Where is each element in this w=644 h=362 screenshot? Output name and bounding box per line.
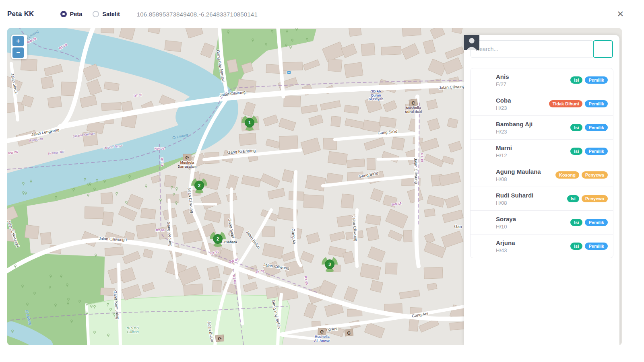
role-badge: Penyewa <box>582 171 608 179</box>
role-badge: Pemilik <box>585 100 608 107</box>
svg-text:RPTRACililitan: RPTRACililitan <box>127 326 139 334</box>
svg-text:RT 06: RT 06 <box>156 228 165 232</box>
avatar <box>476 144 491 159</box>
svg-text:Gan: Gan <box>454 224 462 229</box>
avatar <box>476 120 491 135</box>
resident-name: Bambang Aji <box>496 121 533 128</box>
modal-header: Peta KK Peta Satelit 106.85895373849408,… <box>0 0 644 28</box>
svg-text:3: 3 <box>328 262 331 267</box>
search-row <box>464 35 619 63</box>
avatar <box>476 215 491 230</box>
resident-name: Soraya <box>496 216 516 222</box>
radio-satelit[interactable]: Satelit <box>93 11 120 17</box>
coordinates-readout: 106.85895373849408,-6.264833710850141 <box>137 11 258 18</box>
resident-unit: H/10 <box>496 224 516 230</box>
zoom-in-button[interactable]: + <box>12 36 24 46</box>
resident-name: Agung Maulana <box>496 168 541 175</box>
mosque-icon: ☪ <box>183 154 191 160</box>
footer-divider <box>0 351 644 351</box>
svg-text:☪: ☪ <box>185 155 189 160</box>
mosque-icon: ☪ <box>215 335 224 342</box>
radio-unselected-icon[interactable] <box>93 11 99 17</box>
mosque-icon: ☪ <box>345 329 353 336</box>
map-canvas[interactable]: Jalan JerukJalan LengkengJalan CiliwungJ… <box>7 28 622 345</box>
svg-text:MushollaNurul Ibad: MushollaNurul Ibad <box>405 106 422 114</box>
resident-name: Anis <box>496 73 509 80</box>
search-input[interactable] <box>471 40 594 58</box>
mosque-icon: ☪ <box>318 328 326 335</box>
status-badge: Tidak Dihuni <box>549 100 583 107</box>
close-icon[interactable]: ✕ <box>617 10 624 18</box>
svg-text:RT 11: RT 11 <box>160 158 164 167</box>
status-badge: Isi <box>570 219 582 226</box>
resident-row[interactable]: Bambang Aji H/23 Isi Pemilik <box>471 115 613 139</box>
fountain-icon <box>287 71 291 74</box>
resident-unit: H/23 <box>496 129 533 135</box>
role-badge: Pemilik <box>585 219 608 226</box>
role-badge: Penyewa <box>582 195 608 202</box>
map-zoom-control: + − <box>11 35 27 59</box>
svg-text:☪: ☪ <box>218 336 222 341</box>
resident-row[interactable]: Agung Maulana H/08 Kosong Penyewa <box>471 163 613 187</box>
status-badge: Isi <box>570 76 582 84</box>
status-badge: Isi <box>570 243 582 250</box>
role-badge: Pemilik <box>585 76 608 84</box>
resident-row[interactable]: Coba H/23 Tidak Dihuni Pemilik <box>471 92 613 115</box>
svg-text:2: 2 <box>198 183 200 188</box>
role-badge: Pemilik <box>585 148 608 155</box>
svg-text:Jalan Ciliwung: Jalan Ciliwung <box>413 158 419 184</box>
map-type-radios: Peta Satelit <box>60 11 120 17</box>
resident-unit: H/23 <box>496 105 511 111</box>
mosque-icon: ☪ <box>409 99 418 107</box>
svg-text:☪: ☪ <box>320 329 324 334</box>
resident-name: Arjuna <box>496 239 515 246</box>
avatar <box>476 191 491 206</box>
status-badge: Isi <box>567 195 579 202</box>
avatar <box>476 96 491 111</box>
svg-text:MusholaDarrusalam: MusholaDarrusalam <box>178 160 197 169</box>
role-badge: Pemilik <box>585 124 608 131</box>
radio-peta-label: Peta <box>70 11 83 17</box>
resident-unit: H/43 <box>496 247 515 253</box>
resident-row[interactable]: Anis F/27 Isi Pemilik <box>471 68 613 92</box>
resident-unit: H/12 <box>496 152 512 158</box>
svg-text:MushollaAl- Anwar: MushollaAl- Anwar <box>314 335 330 343</box>
residents-panel: Anis F/27 Isi Pemilik Coba H/23 Tidak Di… <box>464 35 619 345</box>
radio-satelit-label: Satelit <box>102 11 120 17</box>
radio-selected-icon[interactable] <box>60 11 67 17</box>
resident-unit: H/08 <box>496 200 533 206</box>
resident-name: Coba <box>496 97 511 104</box>
svg-text:1: 1 <box>248 120 251 125</box>
resident-name: Marni <box>496 144 512 151</box>
residents-list: Anis F/27 Isi Pemilik Coba H/23 Tidak Di… <box>470 68 613 258</box>
resident-unit: H/08 <box>496 176 541 182</box>
avatar <box>476 167 491 183</box>
svg-text:☪: ☪ <box>411 101 415 105</box>
svg-text:2: 2 <box>217 237 219 241</box>
resident-name: Rudi Suhardi <box>496 192 533 199</box>
radio-peta[interactable]: Peta <box>60 11 83 17</box>
page-title: Peta KK <box>7 10 34 18</box>
resident-unit: F/27 <box>496 81 509 87</box>
status-badge: Kosong <box>555 171 579 179</box>
avatar <box>476 72 491 88</box>
svg-text:☪: ☪ <box>347 331 351 335</box>
resident-row[interactable]: Arjuna H/43 Isi Pemilik <box>471 234 613 258</box>
svg-text:RT 10: RT 10 <box>420 153 424 162</box>
role-badge: Pemilik <box>585 243 608 250</box>
zoom-out-button[interactable]: − <box>12 47 24 58</box>
resident-row[interactable]: Soraya H/10 Isi Pemilik <box>471 210 613 234</box>
search-button[interactable] <box>593 40 613 58</box>
status-badge: Isi <box>570 148 582 155</box>
status-badge: Isi <box>570 124 582 131</box>
resident-row[interactable]: Marni H/12 Isi Pemilik <box>471 139 613 163</box>
avatar <box>476 239 491 254</box>
svg-text:RW 06: RW 06 <box>155 147 165 150</box>
svg-text:Gang Air: Gang Air <box>291 228 296 245</box>
resident-row[interactable]: Rudi Suhardi H/08 Isi Penyewa <box>471 187 613 210</box>
